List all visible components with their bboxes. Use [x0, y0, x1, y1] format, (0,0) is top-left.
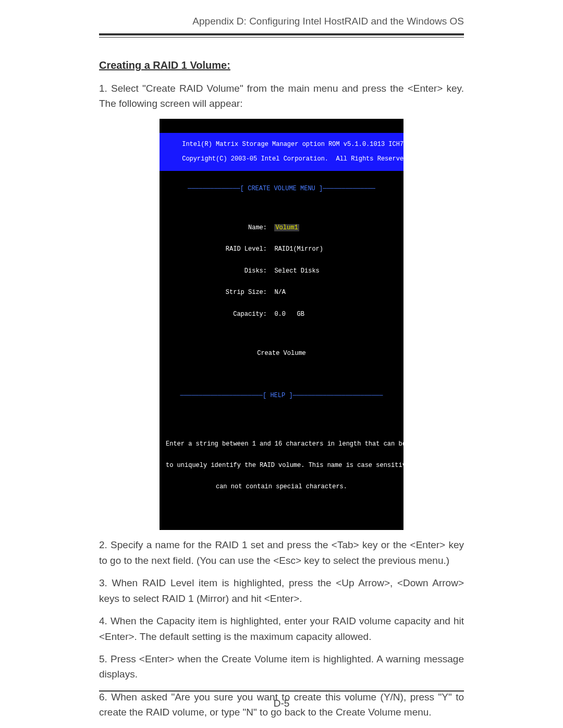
footer-rule [99, 690, 464, 692]
field-cap-label: Capacity: [163, 311, 267, 318]
header-rule [99, 33, 464, 38]
help-line-3: can not contain special characters. [160, 484, 403, 491]
create-volume-button[interactable]: Create Volume [160, 350, 403, 357]
field-name-value[interactable]: Volum1 [274, 224, 299, 231]
field-disks-label: Disks: [163, 268, 267, 275]
page: Appendix D: Configuring Intel HostRAID a… [0, 0, 563, 728]
step-3: 3. When RAID Level item is highlighted, … [99, 575, 464, 606]
field-raid-label: RAID Level: [163, 246, 267, 253]
field-name-label: Name: [163, 225, 267, 232]
bios-banner-line2: Copyright(C) 2003-05 Intel Corporation. … [182, 155, 411, 163]
field-cap-value[interactable]: 0.0 GB [274, 311, 304, 318]
step-1: 1. Select "Create RAID Volume" from the … [99, 81, 464, 112]
step-2: 2. Specify a name for the RAID 1 set and… [99, 537, 464, 568]
help-line-1: Enter a string between 1 and 16 characte… [160, 441, 403, 448]
field-strip-value: N/A [274, 289, 286, 296]
bios-menu-header: ──────────────[ CREATE VOLUME MENU ]────… [160, 186, 403, 193]
running-head: Appendix D: Configuring Intel HostRAID a… [99, 16, 464, 30]
bios-banner-line1: Intel(R) Matrix Storage Manager option R… [182, 141, 433, 148]
help-line-2: to uniquely identify the RAID volume. Th… [160, 462, 403, 470]
field-strip-label: Strip Size: [163, 289, 267, 297]
field-disks-value[interactable]: Select Disks [274, 267, 319, 275]
bios-screenshot: Intel(R) Matrix Storage Manager option R… [160, 119, 403, 530]
step-5: 5. Press <Enter> when the Create Volume … [99, 651, 464, 682]
field-raid-value[interactable]: RAID1(Mirror) [274, 245, 323, 253]
page-number: D-5 [0, 698, 563, 709]
bios-help-header: ──────────────────────[ HELP ]──────────… [160, 392, 403, 400]
step-4: 4. When the Capacity item is highlighted… [99, 613, 464, 644]
section-title: Creating a RAID 1 Volume: [99, 59, 464, 71]
